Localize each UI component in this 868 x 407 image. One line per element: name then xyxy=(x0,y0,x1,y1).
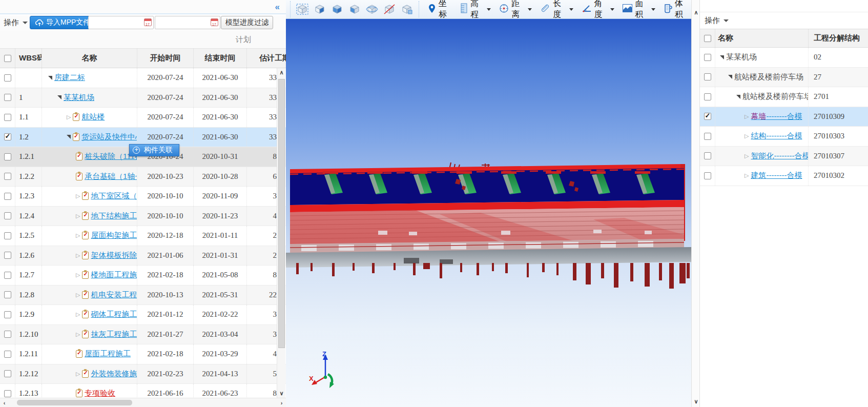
task-name-link[interactable]: 架体模板拆除 xyxy=(91,251,137,260)
import-mpp-button[interactable]: 导入MPP文件 xyxy=(30,16,96,29)
row-checkbox[interactable] xyxy=(704,152,711,159)
expand-tree-icon[interactable]: ▷ xyxy=(76,272,80,278)
table-row[interactable]: 1.1▷航站楼2020-07-242021-06-3033 xyxy=(0,108,286,128)
row-checkbox[interactable] xyxy=(4,94,11,101)
table-row[interactable]: 某某机场02 xyxy=(700,48,868,68)
table-row[interactable]: 航站楼及楼前停车场2701 xyxy=(700,87,868,107)
expand-tree-icon[interactable]: ▷ xyxy=(76,371,80,377)
row-checkbox[interactable] xyxy=(4,370,11,377)
row-checkbox[interactable] xyxy=(4,153,11,160)
collapse-tree-icon[interactable] xyxy=(720,55,724,59)
row-checkbox[interactable] xyxy=(4,291,11,298)
operation-dropdown[interactable]: 操作 xyxy=(4,18,28,28)
calendar-icon[interactable] xyxy=(211,18,218,26)
scroll-up-arrow[interactable]: ∧ xyxy=(277,68,286,77)
date-from-field[interactable] xyxy=(88,16,154,29)
expand-tree-icon[interactable]: ▷ xyxy=(745,173,749,178)
select-all-checkbox[interactable] xyxy=(704,35,711,42)
task-name-link[interactable]: 抹灰工程施工 xyxy=(91,330,137,339)
row-checkbox[interactable] xyxy=(4,173,11,180)
explode-model-icon[interactable] xyxy=(399,2,415,16)
scroll-right-arrow[interactable]: › xyxy=(277,398,286,407)
table-row[interactable]: ▷结构--------合模27010303 xyxy=(700,127,868,147)
table-row[interactable]: 1.2.5▷屋面构架施工2020-12-182021-01-112 xyxy=(0,226,286,246)
measure-tool-distance-gauge[interactable]: 距离 xyxy=(497,0,534,21)
measure-tool-elevation-ruler[interactable]: 高程 xyxy=(458,0,493,21)
table-row[interactable]: 房建二标2020-07-242021-06-3033 xyxy=(0,68,286,88)
task-name-link[interactable]: 地下结构施工 xyxy=(91,211,137,221)
row-checkbox[interactable] xyxy=(704,54,711,61)
schedule-horizontal-scrollbar[interactable]: ‹ › xyxy=(0,398,286,407)
col-header-wbs-code[interactable]: 工程分解结构 xyxy=(809,29,868,47)
row-checkbox[interactable] xyxy=(4,193,11,200)
table-row[interactable]: 1.2.6▷架体模板拆除2021-01-062021-01-312 xyxy=(0,246,286,266)
row-checkbox[interactable] xyxy=(4,331,11,338)
col-header-name[interactable]: 名称 xyxy=(715,29,809,47)
col-header-wbs[interactable]: WBS码 xyxy=(15,49,42,68)
expand-tree-icon[interactable]: ▷ xyxy=(76,213,80,219)
row-checkbox[interactable] xyxy=(704,172,711,179)
model-node-name[interactable]: 航站楼及楼前停车场 xyxy=(742,92,809,101)
orbit-view-icon[interactable] xyxy=(364,2,380,16)
table-row[interactable]: 1.2.11屋面工程施工2021-02-182021-03-294 xyxy=(0,344,286,364)
measure-tool-angle[interactable]: 角度 xyxy=(579,0,617,21)
model-node-link[interactable]: 幕墙--------合模 xyxy=(751,112,802,121)
measure-tool-area[interactable]: 面积 xyxy=(620,0,658,21)
task-name-link[interactable]: 楼地面工程施工 xyxy=(91,270,137,280)
zoom-box-icon[interactable] xyxy=(312,2,327,16)
model-node-link[interactable]: 智能化--------合模 xyxy=(751,151,809,161)
schedule-vertical-scrollbar[interactable]: ∧ ∨ xyxy=(277,68,285,398)
table-row[interactable]: 1.2.10▷抹灰工程施工2021-01-272021-03-043 xyxy=(0,325,286,345)
vertical-scroll-thumb[interactable] xyxy=(278,79,285,348)
task-name-link[interactable]: 砌体工程施工 xyxy=(91,310,137,319)
collapse-tree-icon[interactable] xyxy=(67,135,71,139)
table-row[interactable]: ▷建筑--------合模27010302 xyxy=(700,166,868,186)
scroll-down-arrow[interactable]: ∨ xyxy=(277,389,286,398)
table-row[interactable]: ▷幕墙--------合模27010309 xyxy=(700,107,868,127)
table-row[interactable]: 1.2.4▷地下结构施工2020-10-102020-11-234 xyxy=(0,207,286,227)
horizontal-scroll-thumb[interactable] xyxy=(17,400,132,405)
expand-tree-icon[interactable]: ▷ xyxy=(745,114,749,119)
measure-tool-pin[interactable]: 坐标 xyxy=(425,0,455,21)
col-header-end[interactable]: 结束时间 xyxy=(194,49,247,68)
table-row[interactable]: 1.2.13专项验收2021-06-162021-06-238 xyxy=(0,384,286,398)
table-row[interactable]: ▷智能化--------合模27010307 xyxy=(700,147,868,167)
task-name-link[interactable]: 机电安装工程施工 xyxy=(91,290,137,300)
model-progress-filter-button[interactable]: 模型进度过滤 xyxy=(221,16,273,29)
row-checkbox[interactable] xyxy=(4,252,11,259)
shaded-view-icon[interactable] xyxy=(329,2,345,16)
expand-tree-icon[interactable]: ▷ xyxy=(76,292,80,298)
model-node-link[interactable]: 建筑--------合模 xyxy=(751,171,802,180)
expand-tree-icon[interactable]: ▷ xyxy=(76,332,80,337)
measure-tool-volume-beaker[interactable]: 体积 xyxy=(661,0,691,21)
collapse-tree-icon[interactable] xyxy=(736,95,740,99)
row-checkbox[interactable] xyxy=(704,113,711,120)
row-checkbox[interactable] xyxy=(704,93,711,100)
task-name-link[interactable]: 房建二标 xyxy=(54,73,85,83)
row-checkbox[interactable] xyxy=(4,74,11,82)
operation-dropdown[interactable]: 操作 xyxy=(705,16,729,26)
row-checkbox[interactable] xyxy=(4,390,11,397)
date-to-field[interactable] xyxy=(155,16,220,29)
expand-tree-icon[interactable]: ▷ xyxy=(67,114,71,120)
table-row[interactable]: 1.2.2承台基础（1轴~2020-10-232020-10-286 xyxy=(0,167,286,187)
row-checkbox[interactable] xyxy=(4,212,11,219)
collapse-tree-icon[interactable] xyxy=(728,75,732,79)
calendar-icon[interactable] xyxy=(144,18,152,26)
row-checkbox[interactable] xyxy=(704,73,711,80)
row-checkbox[interactable] xyxy=(4,114,11,121)
task-name-link[interactable]: 专项验收 xyxy=(85,389,115,398)
task-name-link[interactable]: 屋面工程施工 xyxy=(85,349,131,359)
model-node-name[interactable]: 航站楼及楼前停车场 xyxy=(734,72,803,82)
table-row[interactable]: 1.2.8▷机电安装工程施工2020-10-132021-05-3122 xyxy=(0,286,286,306)
row-checkbox[interactable] xyxy=(704,133,711,140)
select-all-checkbox[interactable] xyxy=(4,55,11,62)
collapse-tree-icon[interactable] xyxy=(48,76,52,80)
row-checkbox[interactable] xyxy=(4,351,11,358)
table-row[interactable]: 1某某机场2020-07-242021-06-3033 xyxy=(0,88,286,108)
row-checkbox[interactable] xyxy=(4,311,11,318)
expand-tree-icon[interactable]: ▷ xyxy=(76,193,80,199)
row-checkbox[interactable] xyxy=(4,133,11,140)
axis-gizmo[interactable]: Z X xyxy=(309,350,346,390)
pan-view-icon[interactable] xyxy=(347,2,362,16)
